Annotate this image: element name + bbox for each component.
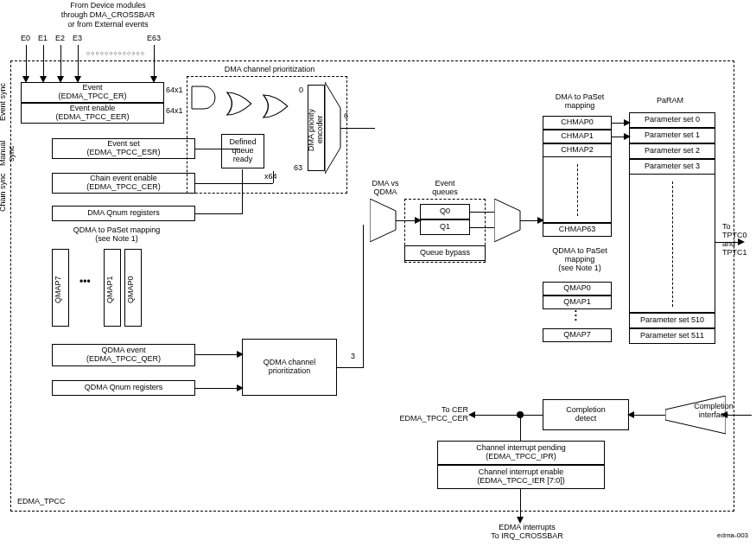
ar-qdma-ev (237, 351, 244, 358)
ar-chmap1 (624, 133, 631, 140)
ln-qdma-out (337, 367, 363, 368)
prio-63: 63 (294, 164, 302, 173)
edma-diagram: From Device modules through DMA_CROSSBAR… (0, 0, 756, 553)
bus-3: 3 (351, 353, 355, 361)
qmap-right-dots: • • • (575, 309, 577, 321)
ar-cer (468, 411, 475, 418)
event-e3: E3 (73, 35, 82, 43)
queues-dashed (404, 199, 486, 263)
line-to-mux (340, 128, 375, 129)
manual-sync-label: Manual sync (0, 134, 16, 173)
event-enable-reg: Event enable (EDMA_TPCC_EER) (21, 103, 164, 124)
to-tptc-label: To TPTC0 and TPTC1 (722, 223, 756, 257)
ln-dmaqnum (195, 213, 242, 214)
ar-chmap0 (624, 119, 631, 126)
param-dash (672, 181, 673, 307)
ln-q-mux2b (470, 227, 494, 228)
dma-qnum-reg: DMA Qnum registers (52, 206, 195, 221)
chmap63: CHMAP63 (543, 223, 612, 237)
completion-interface-label: Completion interface (688, 403, 740, 420)
event-e1: E1 (38, 35, 48, 43)
and-gate-icon (188, 85, 223, 111)
footer-id: edma-003 (717, 532, 748, 540)
event-sync-label: Event sync (0, 82, 7, 121)
qmap-right-7: QMAP7 (543, 328, 612, 342)
chmap0: CHMAP0 (543, 116, 612, 130)
or-gate1-icon (225, 91, 259, 117)
dma-vs-qdma-label: DMA vs QDMA (359, 180, 411, 197)
ln-ci (629, 415, 665, 416)
qmap-right-1: QMAP1 (543, 296, 612, 309)
ar-qdma-qnum (237, 385, 244, 391)
event-e2: E2 (55, 35, 65, 43)
event-e63: E63 (147, 35, 161, 43)
ln-qdma-ev (195, 354, 242, 355)
to-cer-label: To CER EDMA_TPCC_CER (373, 406, 468, 423)
qdma-event-reg: QDMA event (EDMA_TPCC_QER) (52, 344, 195, 366)
ln-cer-v (273, 171, 274, 183)
dma-paset-label: DMA to PaSet mapping (541, 93, 619, 111)
ln-cd (520, 415, 543, 416)
dma-priority-encoder-label: DMA priority encoder (307, 95, 324, 164)
x64-label: x64 (264, 173, 277, 181)
defined-queue-ready: Defined queue ready (221, 134, 264, 168)
ln-qdma-up (363, 225, 364, 368)
event-set-reg: Event set (EDMA_TPCC_ESR) (52, 138, 195, 159)
ar-ci (627, 411, 634, 418)
mux-trap-1 (325, 82, 342, 174)
param-1: Parameter set 1 (629, 128, 715, 143)
ln-cer (195, 183, 273, 184)
ln-esr (195, 149, 240, 149)
ln-ci-in (726, 415, 752, 416)
channel-ipr: Channel interrupt pending (EDMA_TPCC_IPR… (437, 441, 605, 465)
qmap7-label: QMAP7 (54, 268, 62, 311)
qdma-qnum-reg: QDMA Qnum registers (52, 380, 195, 396)
qmap0-label: QMAP0 (126, 268, 135, 311)
qmap1-label: QMAP1 (105, 268, 114, 311)
event-queues-label: Event queues (423, 180, 467, 197)
ln-qdma-qnum (195, 388, 242, 389)
event-dots: ○○○○○○○○○○○○○ (86, 50, 145, 56)
ar-ci-in (721, 411, 727, 418)
outer-dashed-label: EDMA_TPCC (17, 498, 66, 506)
ln-cer-v2 (520, 415, 521, 441)
param-label: PaRAM (657, 97, 683, 105)
qdma-paset-label2: QDMA to PaSet mapping (see Note 1) (541, 247, 619, 273)
chain-sync-label: Chain sync (0, 173, 7, 212)
bus-64x1b: 64x1 (166, 107, 183, 116)
ln-dmaqnum-v (242, 169, 243, 214)
ar-mux2-chmap (537, 217, 544, 224)
param-3: Parameter set 3 (629, 159, 715, 175)
bus-64x1a: 64x1 (166, 86, 183, 95)
event-reg: Event (EDMA_TPCC_ER) (21, 82, 164, 103)
bus-6: 6 (344, 112, 348, 121)
chain-event-enable-reg: Chain event enable (EDMA_TPCC_CER) (52, 173, 195, 194)
prio-0: 0 (299, 86, 303, 95)
qdma-paset-label: QDMA to PaSet mapping (see Note 1) (52, 226, 181, 244)
qdma-prio-box: QDMA channel prioritization (242, 339, 337, 396)
ln-int-out (520, 489, 521, 520)
svg-marker-1 (370, 199, 396, 242)
param-0: Parameter set 0 (629, 112, 715, 128)
header-line1: From Device modules (48, 2, 168, 10)
chmap1: CHMAP1 (543, 130, 612, 143)
param-511: Parameter set 511 (629, 328, 715, 344)
svg-marker-2 (494, 199, 520, 242)
ln-cer-out (473, 415, 520, 416)
param-510: Parameter set 510 (629, 313, 715, 328)
chmap2: CHMAP2 (543, 143, 612, 157)
channel-ier: Channel interrupt enable (EDMA_TPCC_IER … (437, 465, 605, 489)
header-line3: or from External events (48, 21, 168, 29)
edma-interrupts-label: EDMA interrupts To IRQ_CROSSBAR (475, 524, 579, 541)
completion-detect: Completion detect (543, 399, 629, 430)
header-line2: through DMA_CROSSBAR (48, 11, 168, 20)
ln-q-mux2a (470, 212, 494, 213)
param-2: Parameter set 2 (629, 143, 715, 159)
qmap-right-0: QMAP0 (543, 282, 612, 296)
chmap-dash (577, 164, 578, 216)
or-gate2-icon (261, 93, 295, 119)
dma-prio-label: DMA channel prioritization (200, 66, 339, 74)
mux-dma-qdma-icon (370, 199, 399, 242)
qmap-dots: ••• (79, 276, 91, 288)
mux-after-queues-icon (494, 199, 524, 242)
